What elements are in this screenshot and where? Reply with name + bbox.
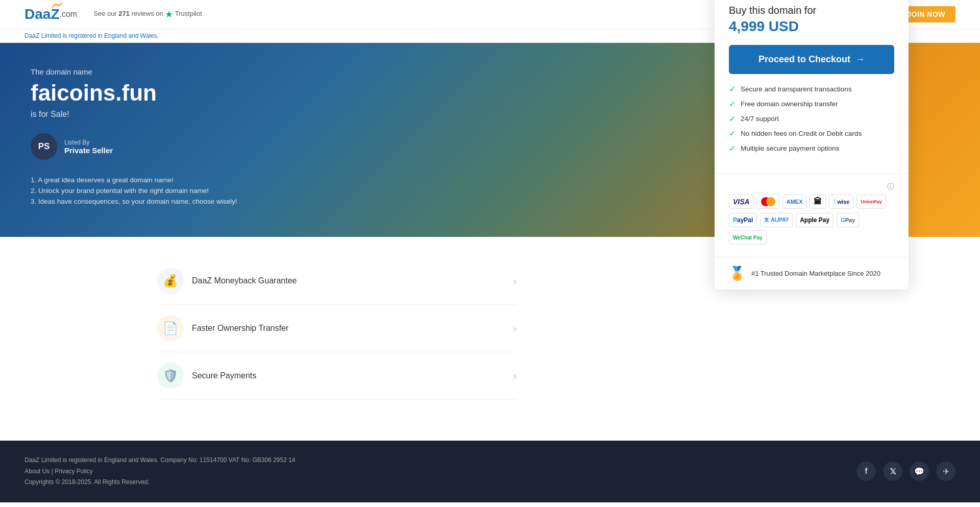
moneyback-icon: 💰 — [163, 274, 178, 288]
mastercard-badge — [757, 195, 779, 209]
buy-price: 4,999 USD — [729, 18, 894, 35]
feature-transfer[interactable]: 📄 Faster Ownership Transfer › — [157, 305, 517, 352]
amex-badge: AMEX — [782, 195, 807, 209]
site-footer: DaaZ Limited is registered in England an… — [0, 441, 980, 502]
facebook-button[interactable]: f — [856, 462, 876, 481]
domain-sale-status: is for Sale! — [31, 110, 684, 119]
checkout-button[interactable]: Proceed to Checkout → — [729, 45, 894, 74]
whatsapp-button[interactable]: 💬 — [910, 462, 929, 481]
feature-secure: ✓ Secure and transparent transactions — [729, 84, 894, 94]
moneyback-icon-wrap: 💰 — [157, 268, 184, 294]
feature-support: ✓ 24/7 support — [729, 114, 894, 124]
about-us-link[interactable]: About Us — [24, 468, 50, 475]
footer-links: About Us | Privacy Policy — [24, 466, 296, 477]
footer-info: DaaZ Limited is registered in England an… — [24, 455, 296, 488]
feature-moneyback[interactable]: 💰 DaaZ Moneyback Guarantee › — [157, 257, 517, 305]
transfer-label: Faster Ownership Transfer — [192, 324, 505, 333]
unionpay-badge: UnionPay — [856, 195, 886, 209]
hero-section: The domain name faicoins.fun is for Sale… — [0, 43, 980, 237]
domain-label: The domain name — [31, 67, 684, 76]
feature-transfer: ✓ Free domain ownership transfer — [729, 99, 894, 109]
footer-social: f 𝕏 💬 ✈ — [856, 462, 955, 481]
buy-features-list: ✓ Secure and transparent transactions ✓ … — [729, 84, 894, 153]
privacy-policy-link[interactable]: Privacy Policy — [55, 468, 93, 475]
arrow-icon: → — [855, 54, 865, 65]
hero-bullets: 1. A great idea deserves a great domain … — [31, 176, 684, 205]
check-icon: ✓ — [729, 84, 736, 94]
bank-badge: 🏛 — [810, 195, 826, 209]
facebook-icon: f — [865, 467, 867, 476]
bullet-2: 2. Unlock your brand potential with the … — [31, 187, 684, 195]
listed-by-label: Listed By — [64, 139, 113, 146]
apple-icon: Apple Pay — [800, 216, 829, 224]
visa-badge: VISA — [729, 195, 754, 209]
check-icon: ✓ — [729, 99, 736, 109]
bullet-3: 3. Ideas have consequences, so your doma… — [31, 198, 684, 205]
payment-row-1: VISA AMEX 🏛 — [729, 195, 894, 209]
trustpilot-star: ★ — [165, 9, 173, 19]
secure-icon-wrap: 🛡️ — [157, 363, 184, 389]
gpay-badge: G Pay — [837, 213, 859, 227]
seller-name: Private Seller — [64, 146, 113, 155]
chevron-right-icon: › — [513, 275, 517, 287]
logo-suffix: .com — [59, 10, 77, 19]
footer-reg: DaaZ Limited is registered in England an… — [24, 455, 296, 466]
buy-box-top: Buy this domain for 4,999 USD Proceed to… — [715, 0, 909, 174]
feature-payment: ✓ Multiple secure payment options — [729, 143, 894, 153]
domain-name: faicoins.fun — [31, 80, 684, 106]
telegram-icon: ✈ — [943, 467, 949, 476]
seller-block: PS Listed By Private Seller — [31, 133, 684, 160]
chevron-right-icon: › — [513, 370, 517, 382]
chevron-right-icon: › — [513, 323, 517, 334]
checkout-label: Proceed to Checkout — [758, 54, 850, 65]
whatsapp-icon: 💬 — [914, 467, 924, 476]
applepay-badge: Apple Pay — [796, 213, 834, 227]
logo-text: DaaZ — [24, 6, 59, 22]
x-twitter-icon: 𝕏 — [890, 467, 896, 476]
alipay-badge: 支 ALIPAY — [760, 213, 793, 227]
transfer-icon: 📄 — [163, 321, 178, 335]
medal-icon: 🏅 — [729, 265, 745, 281]
features-column: 💰 DaaZ Moneyback Guarantee › 📄 Faster Ow… — [157, 257, 517, 400]
check-icon: ✓ — [729, 114, 736, 124]
trusted-text: #1 Trusted Domain Marketplace Since 2020 — [751, 270, 880, 277]
feature-no-fees: ✓ No hidden fees on Credit or Debit card… — [729, 129, 894, 138]
wise-badge: ⊺ wise — [829, 195, 853, 209]
footer-copyright: Copyrights © 2018-2025. All Rights Reser… — [24, 477, 296, 488]
moneyback-label: DaaZ Moneyback Guarantee — [192, 276, 505, 285]
hero-content: The domain name faicoins.fun is for Sale… — [0, 43, 715, 237]
buy-box: Buy this domain for 4,999 USD Proceed to… — [715, 0, 909, 289]
trustpilot-bar: See our 271 reviews on ★ Trustpilot — [93, 9, 202, 20]
check-icon: ✓ — [729, 129, 736, 138]
logo[interactable]: DaaZ .com — [24, 6, 77, 22]
bank-icon: 🏛 — [814, 197, 822, 206]
payment-info-icon[interactable]: ⓘ — [887, 182, 894, 191]
trusted-section: 🏅 #1 Trusted Domain Marketplace Since 20… — [715, 257, 909, 289]
seller-avatar: PS — [31, 133, 57, 160]
payment-row-2: PayPal 支 ALIPAY Apple Pay G Pay — [729, 213, 894, 245]
buy-box-container: Buy this domain for 4,999 USD Proceed to… — [715, 0, 909, 289]
paypal-badge: PayPal — [729, 213, 757, 227]
wechatpay-badge: WeChat Pay — [729, 230, 767, 245]
secure-label: Secure Payments — [192, 371, 505, 380]
seller-info: Listed By Private Seller — [64, 139, 113, 155]
header-left: DaaZ .com See our 271 reviews on ★ Trust… — [24, 6, 202, 22]
telegram-button[interactable]: ✈ — [936, 462, 955, 481]
twitter-button[interactable]: 𝕏 — [883, 462, 902, 481]
feature-secure-payments[interactable]: 🛡️ Secure Payments › — [157, 352, 517, 400]
check-icon: ✓ — [729, 143, 736, 153]
secure-icon: 🛡️ — [163, 369, 178, 383]
payment-methods: ⓘ VISA AMEX — [715, 174, 909, 257]
bullet-1: 1. A great idea deserves a great domain … — [31, 176, 684, 184]
buy-title: Buy this domain for — [729, 5, 894, 16]
transfer-icon-wrap: 📄 — [157, 315, 184, 342]
